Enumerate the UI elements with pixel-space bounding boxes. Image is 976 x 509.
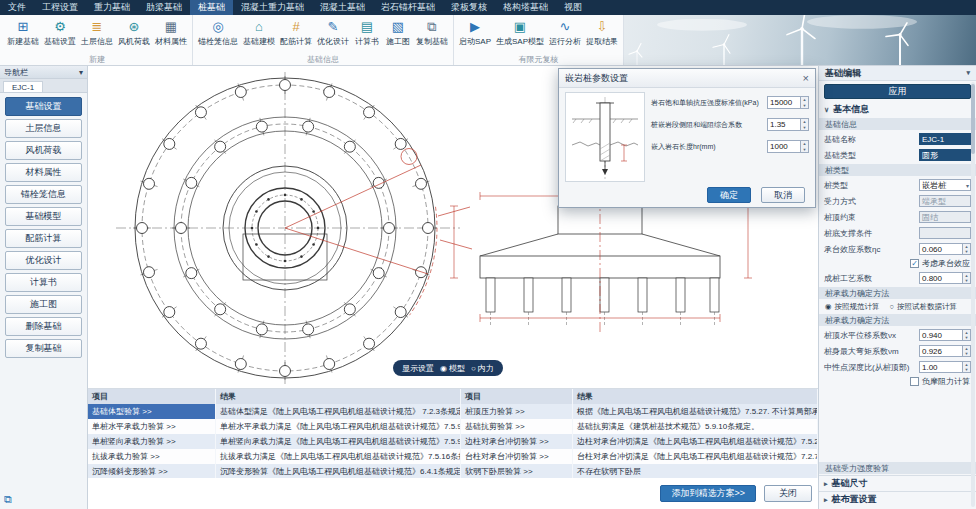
spinner-control[interactable]: ▲▼	[962, 273, 970, 283]
socket-coef-input[interactable]: 1.35▲▼	[767, 118, 809, 131]
field-pile-top-restraint: 桩顶约束 固结	[819, 209, 976, 225]
menu-item-project-settings[interactable]: 工程设置	[34, 0, 86, 15]
report-icon: ▤	[359, 18, 376, 35]
max-moment-coef-input[interactable]: 0.926▲▼	[919, 345, 971, 357]
foundation-settings-button[interactable]: ⚙基础设置	[42, 17, 78, 48]
sidebar-item-soil-info[interactable]: 土层信息	[5, 119, 82, 138]
neutral-point-ratio-input[interactable]: 1.00▲▼	[919, 361, 971, 373]
run-analysis-button[interactable]: ∿运行分析	[547, 17, 583, 48]
menu-item-rock-anchor-foundation[interactable]: 岩石锚杆基础	[373, 0, 443, 15]
rebar-calc-button[interactable]: #配筋计算	[278, 17, 314, 48]
check-item-link[interactable]: 基础抗剪验算 >>	[461, 419, 573, 434]
menu-item-view[interactable]: 视图	[556, 0, 590, 15]
launch-sap-button[interactable]: ▶启动SAP	[457, 17, 493, 48]
section-pile-layout[interactable]: ▸桩布置设置	[819, 491, 976, 507]
socket-length-input[interactable]: 1000▲▼	[767, 140, 809, 153]
column-header: 项目	[461, 389, 573, 404]
apply-button[interactable]: 应用	[824, 84, 971, 99]
table-row: 基础体型验算 >> 基础体型满足《陆上风电场工程风电机组基础设计规范》 7.2.…	[88, 404, 818, 419]
check-item-link[interactable]: 边柱对承台冲切验算 >>	[461, 434, 573, 449]
negative-friction-checkbox[interactable]	[910, 377, 919, 386]
sidebar-item-foundation-settings[interactable]: 基础设置	[5, 97, 82, 116]
spinner-control[interactable]: ▲▼	[800, 97, 808, 108]
menu-item-lattice-tower-foundation[interactable]: 格构塔基础	[495, 0, 556, 15]
spinner-control[interactable]: ▲▼	[962, 330, 970, 340]
turbine-load-button[interactable]: ⊛风机荷载	[116, 17, 152, 48]
new-foundation-button[interactable]: ⊞新建基础	[5, 17, 41, 48]
chevron-down-icon[interactable]: ▾	[966, 69, 970, 77]
sidebar-item-rebar-calc[interactable]: 配筋计算	[5, 229, 82, 248]
foundation-modeling-button[interactable]: ⌂基础建模	[241, 17, 277, 48]
sidebar-item-turbine-load[interactable]: 风机荷载	[5, 141, 82, 160]
spinner-control[interactable]: ▲▼	[800, 119, 808, 130]
anchor-cage-info-button[interactable]: ◎锚栓笼信息	[196, 17, 240, 48]
check-item-link[interactable]: 台柱对承台冲切验算 >>	[461, 449, 573, 464]
dialog-close-icon[interactable]: ×	[803, 72, 809, 84]
sidebar-item-copy-foundation[interactable]: 复制基础	[5, 339, 82, 358]
check-item-link[interactable]: 单桩水平承载力验算 >>	[88, 419, 216, 434]
sidebar-item-anchor-cage[interactable]: 锚栓笼信息	[5, 185, 82, 204]
radio-code-calc[interactable]: ◉	[825, 302, 832, 311]
check-item-link[interactable]: 抗拔承载力验算 >>	[88, 449, 216, 464]
menu-item-pile-foundation[interactable]: 桩基础	[190, 0, 233, 15]
menu-item-concrete-foundation[interactable]: 混凝土基础	[312, 0, 373, 15]
scrollbar-thumb[interactable]	[971, 84, 975, 154]
display-mode-model[interactable]: ◉模型	[440, 363, 465, 374]
panel-scrollbar[interactable]	[971, 82, 975, 507]
rock-strength-input[interactable]: 15000▲▼	[767, 96, 809, 109]
construction-drawing-button[interactable]: ▧施工图	[383, 17, 413, 48]
spinner-control[interactable]: ▲▼	[962, 244, 970, 254]
menu-item-concrete-gravity-foundation[interactable]: 混凝土重力基础	[233, 0, 312, 15]
sidebar-item-optimize-design[interactable]: 优化设计	[5, 251, 82, 270]
foundation-name-input[interactable]: EJC-1	[919, 133, 971, 145]
dialog-title: 嵌岩桩参数设置	[565, 72, 628, 85]
sidebar-item-delete-foundation[interactable]: 删除基础	[5, 317, 82, 336]
spinner-control[interactable]: ▲▼	[962, 346, 970, 356]
sidebar-item-calc-report[interactable]: 计算书	[5, 273, 82, 292]
extract-results-button[interactable]: ⇩提取结果	[584, 17, 620, 48]
spinner-control[interactable]: ▲▼	[800, 141, 808, 152]
menu-item-rib-beam-foundation[interactable]: 肋梁基础	[138, 0, 190, 15]
spinner-control[interactable]: ▲▼	[962, 362, 970, 372]
optimize-design-button[interactable]: ✎优化设计	[315, 17, 351, 48]
soil-info-button[interactable]: ≣土层信息	[79, 17, 115, 48]
menu-item-file[interactable]: 文件	[0, 0, 34, 15]
calc-report-button[interactable]: ▤计算书	[352, 17, 382, 48]
ribbon-group-foundation-info: ◎锚栓笼信息 ⌂基础建模 #配筋计算 ✎优化设计 ▤计算书 ▧施工图 ⧉复制基础…	[193, 15, 454, 65]
check-result: 单桩水平承载力满足《陆上风电场工程风电机组基础设计规范》7.5.9条规定。	[216, 419, 461, 434]
check-item-link[interactable]: 软弱下卧层验算 >>	[461, 464, 573, 479]
check-item-link[interactable]: 基础体型验算 >>	[88, 404, 216, 419]
sidebar-item-material-props[interactable]: 材料属性	[5, 163, 82, 182]
cap-effect-checkbox[interactable]: ✓	[910, 259, 919, 268]
copy-foundation-button[interactable]: ⧉复制基础	[414, 17, 450, 48]
tab-ejc-1[interactable]: EJC-1	[3, 81, 43, 92]
section-basic-info[interactable]: ∨基本信息	[819, 102, 976, 117]
foundation-type-input[interactable]: 圆形	[919, 149, 971, 161]
copy-icon: ⧉	[424, 18, 441, 35]
menu-item-slab-beam-review[interactable]: 梁板复核	[443, 0, 495, 15]
add-to-scheme-button[interactable]: 添加到精选方案>>	[660, 485, 756, 502]
pile-type-dropdown[interactable]: 嵌岩桩▾	[919, 179, 971, 191]
check-item-link[interactable]: 桩顶压力验算 >>	[461, 404, 573, 419]
corner-files-icon[interactable]: ⧉	[4, 493, 12, 506]
column-header: 结果	[216, 389, 461, 404]
close-button[interactable]: 关闭	[764, 485, 812, 502]
section-foundation-size[interactable]: ▸基础尺寸	[819, 475, 976, 491]
generate-sap-model-button[interactable]: ▣生成SAP模型	[494, 17, 546, 48]
radio-test-pile[interactable]: ○	[890, 302, 895, 311]
display-mode-forces[interactable]: ○内力	[471, 363, 494, 374]
check-item-link[interactable]: 单桩竖向承载力验算 >>	[88, 434, 216, 449]
horizontal-disp-coef-input[interactable]: 0.940▲▼	[919, 329, 971, 341]
check-item-link[interactable]: 沉降倾斜变形验算 >>	[88, 464, 216, 479]
menu-item-gravity-foundation[interactable]: 重力基础	[86, 0, 138, 15]
pile-craft-coef-input[interactable]: 0.800▲▼	[919, 272, 971, 284]
model-icon: ▣	[512, 18, 529, 35]
ok-button[interactable]: 确定	[707, 187, 751, 203]
cap-effect-coef-input[interactable]: 0.060▲▼	[919, 243, 971, 255]
cancel-button[interactable]: 取消	[761, 187, 805, 203]
material-props-button[interactable]: ▦材料属性	[153, 17, 189, 48]
sidebar-item-foundation-model[interactable]: 基础模型	[5, 207, 82, 226]
sidebar-item-construction-drawing[interactable]: 施工图	[5, 295, 82, 314]
collapse-icon[interactable]: ▾	[79, 68, 83, 77]
cap-effect-checkbox-row: ✓ 考虑承台效应	[819, 257, 976, 270]
